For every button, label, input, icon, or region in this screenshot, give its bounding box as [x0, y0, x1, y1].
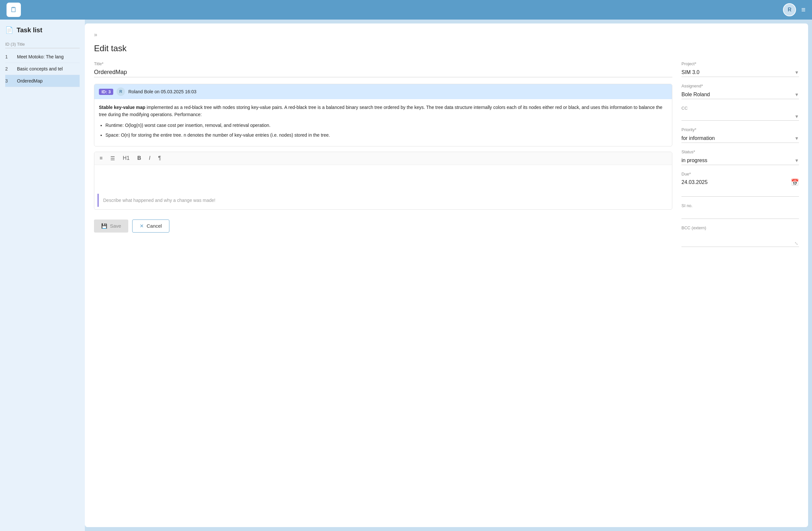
title-field: Title*	[94, 61, 672, 77]
project-field: Project* SIM 3.0 ▼	[681, 61, 799, 77]
bcc-field: BCC (extern) ⤡	[681, 225, 799, 247]
due-field: Due* 24.03.2025 📅	[681, 172, 799, 197]
editor-block: ≡ ☰ H1 B I ¶ Describe what happened and …	[94, 152, 672, 210]
main-panel: » Edit task Title* ID: 3 R Roland	[85, 24, 808, 527]
assignee-field: Assignend* Bole Roland ▼	[681, 84, 799, 99]
editor-area[interactable]	[94, 165, 672, 191]
avatar[interactable]: R	[783, 3, 796, 16]
bcc-label: BCC (extern)	[681, 225, 799, 230]
sidebar: 📄 Task list ID (3) Title 1 Meet Motoko: …	[0, 19, 85, 531]
toolbar-indent-btn[interactable]: ☰	[109, 154, 116, 162]
due-label: Due*	[681, 172, 799, 176]
header-right: R ≡	[783, 3, 806, 16]
cancel-icon: ✕	[140, 223, 144, 229]
cc-field: CC ▼	[681, 106, 799, 121]
bullet-item: Runtime: O(log(n)) worst case cost per i…	[105, 122, 667, 129]
bullet-item: Space: O(n) for storing the entire tree.…	[105, 131, 667, 138]
status-field: Status* in progress ▼	[681, 149, 799, 165]
left-column: Title* ID: 3 R Roland Bole on 05.03.2025…	[94, 61, 672, 253]
priority-field: Priority* for information ▼	[681, 127, 799, 143]
comment-body: Stable key-value map implemented as a re…	[94, 99, 672, 146]
logo-icon: 🗒	[10, 5, 17, 14]
editor-toolbar: ≡ ☰ H1 B I ¶	[94, 152, 672, 165]
assignee-label: Assignend*	[681, 84, 799, 88]
save-icon: 💾	[101, 223, 107, 229]
bcc-input[interactable]	[681, 232, 799, 245]
form-buttons: 💾 Save ✕ Cancel	[94, 220, 672, 233]
comment-header: ID: 3 R Roland Bole on 05.03.2025 16:03	[94, 84, 672, 99]
status-label: Status*	[681, 149, 799, 154]
priority-label: Priority*	[681, 127, 799, 132]
assignee-select[interactable]: Bole Roland ▼	[681, 90, 799, 99]
toolbar-h1-btn[interactable]: H1	[121, 154, 131, 162]
task-row[interactable]: 2 Basic concepts and tel	[5, 63, 79, 75]
cc-select[interactable]: ▼	[681, 113, 799, 121]
chevron-down-icon: ▼	[794, 136, 799, 141]
toolbar-para-btn[interactable]: ¶	[157, 154, 162, 162]
app-header: 🗒 R ≡	[0, 0, 812, 19]
date-row: 24.03.2025 📅	[681, 178, 799, 186]
title-label: Title*	[94, 61, 672, 66]
expand-button[interactable]: »	[94, 31, 97, 38]
calendar-icon[interactable]: 📅	[791, 178, 799, 186]
comment-author: Roland Bole on 05.03.2025 16:03	[128, 89, 197, 94]
cancel-button[interactable]: ✕ Cancel	[132, 220, 169, 233]
page-title: Edit task	[94, 43, 799, 54]
id-badge: ID: 3	[99, 89, 113, 95]
status-select[interactable]: in progress ▼	[681, 156, 799, 165]
comment-block: ID: 3 R Roland Bole on 05.03.2025 16:03 …	[94, 84, 672, 146]
form-layout: Title* ID: 3 R Roland Bole on 05.03.2025…	[94, 61, 799, 253]
toolbar-list-btn[interactable]: ≡	[98, 154, 104, 162]
priority-select[interactable]: for information ▼	[681, 134, 799, 143]
project-select[interactable]: SIM 3.0 ▼	[681, 68, 799, 77]
right-column: Project* SIM 3.0 ▼ Assignend* Bole Rolan…	[681, 61, 799, 253]
si-label: SI no.	[681, 203, 799, 208]
chevron-down-icon: ▼	[794, 158, 799, 163]
chevron-down-icon: ▼	[794, 114, 799, 119]
main-layout: 📄 Task list ID (3) Title 1 Meet Motoko: …	[0, 19, 812, 531]
table-header: ID (3) Title	[5, 41, 79, 48]
sidebar-title: 📄 Task list	[5, 26, 79, 34]
editor-placeholder: Describe what happened and why a change …	[98, 194, 669, 207]
comment-avatar: R	[117, 87, 125, 96]
resize-handle: ⤡	[794, 241, 798, 246]
project-label: Project*	[681, 61, 799, 66]
toolbar-bold-btn[interactable]: B	[136, 154, 143, 162]
chevron-down-icon: ▼	[794, 70, 799, 75]
si-input[interactable]	[681, 210, 799, 219]
tasklist-icon: 📄	[5, 26, 13, 34]
task-row-active[interactable]: 3 OrderedMap	[5, 75, 79, 87]
task-row[interactable]: 1 Meet Motoko: The lang	[5, 51, 79, 63]
bcc-textarea[interactable]: ⤡	[681, 232, 799, 247]
title-input[interactable]	[94, 68, 672, 77]
toolbar-italic-btn[interactable]: I	[147, 154, 151, 162]
si-field: SI no.	[681, 203, 799, 219]
chevron-down-icon: ▼	[794, 92, 799, 97]
menu-button[interactable]: ≡	[801, 5, 806, 14]
app-logo: 🗒	[6, 3, 21, 17]
cc-label: CC	[681, 106, 799, 110]
save-button[interactable]: 💾 Save	[94, 220, 128, 233]
due-value: 24.03.2025	[681, 179, 708, 185]
